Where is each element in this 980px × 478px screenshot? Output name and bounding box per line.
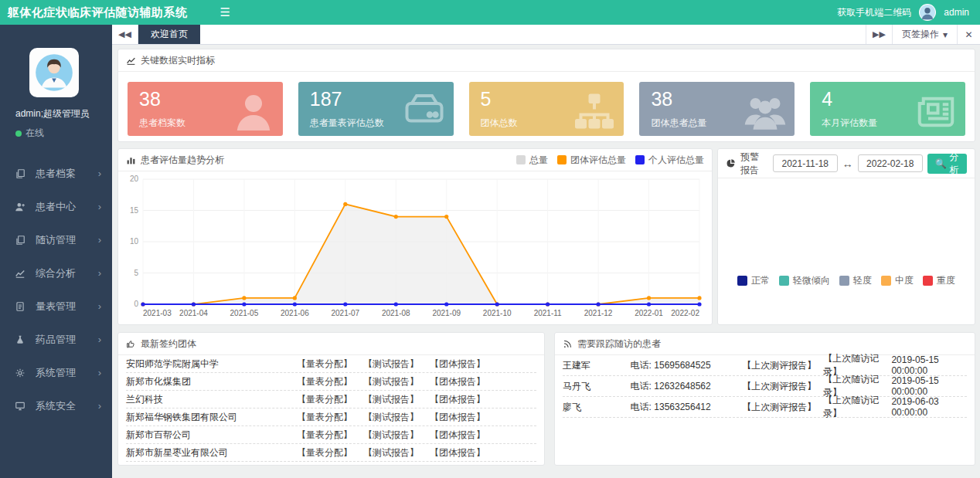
sidebar-item-1[interactable]: 患者中心› — [0, 190, 112, 223]
group-action-0-link[interactable]: 【量表分配】 — [297, 429, 352, 442]
patient-row-2: 廖飞电话: 13563256412【上次测评报告】【上次随访记录】2019-06… — [563, 397, 967, 418]
date-to-input[interactable] — [858, 154, 923, 172]
warning-legend-item-0[interactable]: 正常 — [737, 274, 770, 287]
chevron-right-icon: › — [98, 300, 101, 312]
profile-avatar[interactable] — [29, 48, 79, 97]
sidebar-item-0[interactable]: 患者档案› — [0, 157, 112, 190]
tab-spacer — [200, 25, 866, 44]
group-row-0: 安阳师范学院附属中学【量表分配】【测试报告】【团体报告】 — [126, 355, 536, 373]
sidebar-item-6[interactable]: 系统管理› — [0, 356, 112, 389]
last-assessment-report-link[interactable]: 【上次测评报告】 — [742, 401, 823, 414]
followup-patients-panel: 需要跟踪随访的患者 王建军电话: 15695684525【上次测评报告】【上次随… — [554, 332, 975, 466]
app-header: 躯体化症状临床评估随访辅助系统 ☰ 获取手机端二维码 admin — [0, 0, 980, 25]
patient-phone: 电话: 12632648562 — [631, 380, 743, 393]
sidebar-item-label: 患者中心 — [36, 200, 98, 214]
group-action-2-link[interactable]: 【团体报告】 — [430, 429, 485, 442]
warning-legend-item-4[interactable]: 重度 — [923, 274, 955, 287]
svg-text:2021-11: 2021-11 — [534, 309, 562, 317]
latest-groups-panel: 最新签约团体 安阳师范学院附属中学【量表分配】【测试报告】【团体报告】新郑市化煤… — [117, 332, 545, 466]
legend-swatch — [923, 276, 933, 286]
chevron-right-icon: › — [98, 334, 101, 345]
group-action-0-link[interactable]: 【量表分配】 — [297, 446, 352, 459]
warning-legend-item-1[interactable]: 轻微倾向 — [779, 274, 830, 287]
svg-text:2021-04: 2021-04 — [179, 309, 208, 317]
group-row-3: 新郑福华钢铁集团有限公司【量表分配】【测试报告】【团体报告】 — [126, 409, 536, 426]
svg-text:5: 5 — [134, 269, 138, 277]
desktop-icon — [14, 401, 26, 412]
group-name: 新郑福华钢铁集团有限公司 — [126, 411, 286, 424]
sidebar-item-7[interactable]: 系统安全› — [0, 389, 112, 422]
group-action-1-link[interactable]: 【测试报告】 — [363, 411, 419, 424]
bar-chart-icon — [126, 155, 136, 165]
stat-card-0: 38患者档案数 — [128, 82, 283, 136]
legend-swatch — [557, 155, 567, 164]
group-action-2-link[interactable]: 【团体报告】 — [430, 446, 485, 459]
group-action-0-link[interactable]: 【量表分配】 — [297, 411, 352, 424]
group-action-0-link[interactable]: 【量表分配】 — [297, 375, 352, 388]
group-action-2-link[interactable]: 【团体报告】 — [430, 375, 485, 388]
close-tab-button[interactable]: ✕ — [957, 25, 980, 44]
group-name: 新郑市新星枣业有限公司 — [126, 446, 286, 459]
sidebar-item-label: 随访管理 — [36, 233, 98, 247]
trend-legend-item-1[interactable]: 团体评估总量 — [557, 154, 626, 167]
user-avatar[interactable] — [919, 4, 936, 21]
sitemap-icon — [571, 88, 618, 134]
scroll-tabs-left-button[interactable]: ◀◀ — [112, 25, 138, 44]
svg-text:2021-05: 2021-05 — [230, 309, 259, 317]
sidebar-item-2[interactable]: 随访管理› — [0, 223, 112, 256]
warning-legend-item-2[interactable]: 轻度 — [839, 274, 872, 287]
sidebar-item-3[interactable]: 综合分析› — [0, 256, 112, 290]
username[interactable]: admin — [944, 7, 969, 18]
profile-status: 在线 — [15, 127, 112, 140]
group-name: 安阳师范学院附属中学 — [126, 358, 286, 371]
last-assessment-report-link[interactable]: 【上次测评报告】 — [742, 359, 823, 372]
trend-legend-item-0[interactable]: 总量 — [516, 154, 548, 167]
cogs-icon — [14, 368, 26, 378]
legend-swatch — [516, 155, 526, 164]
group-action-2-link[interactable]: 【团体报告】 — [430, 393, 485, 406]
tab-operations-dropdown[interactable]: 页签操作▾ — [892, 25, 957, 44]
profile-name: admin;超级管理员 — [15, 107, 112, 120]
stat-card-2: 5团体总数 — [469, 82, 624, 136]
svg-text:2022-02: 2022-02 — [671, 309, 699, 317]
patient-name: 马丹飞 — [563, 380, 631, 393]
sidebar-item-label: 系统安全 — [36, 399, 98, 413]
group-action-1-link[interactable]: 【测试报告】 — [363, 358, 419, 371]
last-followup-date: 2019-05-15 00:00:00 — [891, 375, 967, 397]
group-action-0-link[interactable]: 【量表分配】 — [297, 358, 352, 371]
legend-label: 总量 — [529, 154, 548, 167]
scroll-tabs-right-button[interactable]: ▶▶ — [866, 25, 892, 44]
tab-home[interactable]: 欢迎首页 — [138, 25, 200, 44]
patient-name: 廖飞 — [563, 401, 631, 414]
hamburger-menu-icon[interactable]: ☰ — [220, 5, 230, 19]
pie-chart-icon — [726, 158, 736, 168]
group-action-0-link[interactable]: 【量表分配】 — [297, 393, 352, 406]
online-dot-icon — [15, 131, 22, 137]
trend-line-chart[interactable]: 051015202021-032021-042021-052021-062021… — [118, 171, 710, 323]
copy-icon — [14, 235, 26, 246]
last-followup-record-link[interactable]: 【上次随访记录】 — [823, 394, 888, 420]
date-from-input[interactable] — [773, 154, 838, 172]
group-action-1-link[interactable]: 【测试报告】 — [363, 393, 419, 406]
patient-phone: 电话: 13563256412 — [631, 401, 743, 414]
thumbs-up-icon — [126, 339, 136, 349]
last-assessment-report-link[interactable]: 【上次测评报告】 — [742, 380, 823, 393]
group-action-1-link[interactable]: 【测试报告】 — [363, 375, 419, 388]
group-action-2-link[interactable]: 【团体报告】 — [430, 358, 485, 371]
panel-title: 关键数据实时指标 — [141, 54, 215, 67]
group-action-1-link[interactable]: 【测试报告】 — [363, 446, 419, 459]
sidebar-item-4[interactable]: 量表管理› — [0, 290, 112, 323]
warning-report-panel: 预警报告 ↔ 🔍分析 正常轻微倾向轻度中度重度 — [717, 148, 975, 325]
analyze-button[interactable]: 🔍分析 — [927, 154, 967, 174]
group-action-2-link[interactable]: 【团体报告】 — [430, 411, 485, 424]
warning-chart-area: 正常轻微倾向轻度中度重度 — [718, 178, 975, 324]
mobile-qr-link[interactable]: 获取手机端二维码 — [837, 6, 911, 19]
newspaper-icon — [913, 88, 959, 134]
group-action-1-link[interactable]: 【测试报告】 — [363, 429, 419, 442]
svg-text:2021-07: 2021-07 — [331, 309, 359, 317]
legend-swatch — [839, 276, 849, 286]
trend-legend-item-2[interactable]: 个人评估总量 — [635, 154, 704, 167]
warning-legend-item-3[interactable]: 中度 — [881, 274, 914, 287]
sidebar-item-5[interactable]: 药品管理› — [0, 323, 112, 356]
svg-text:2021-08: 2021-08 — [382, 309, 410, 317]
